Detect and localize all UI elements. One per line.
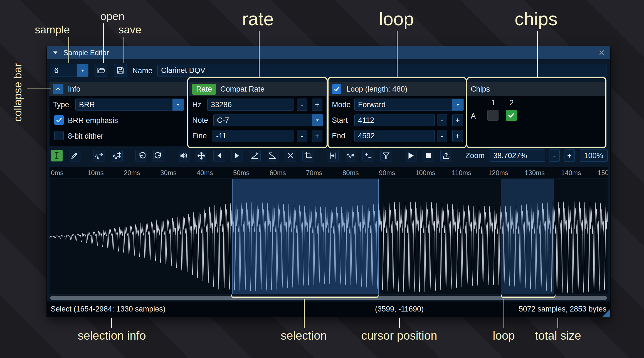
annotation-loop-bottom-label: loop [493, 329, 515, 342]
loop-end-minus-button[interactable]: - [437, 130, 447, 142]
silence-button[interactable] [285, 150, 296, 161]
sample-type-select[interactable]: BRR [75, 99, 184, 111]
filter-button[interactable] [380, 150, 392, 161]
chevron-down-icon[interactable] [312, 114, 323, 126]
chevron-down-icon[interactable] [452, 99, 463, 111]
timeline-ruler[interactable]: 0ms 10ms 20ms 30ms 40ms 50ms 60ms 70ms 8… [50, 167, 608, 178]
loop-end-input[interactable]: 4592 [354, 130, 435, 142]
note-label: Note [192, 116, 208, 125]
hz-label: Hz [192, 100, 201, 109]
save-sample-button[interactable] [114, 64, 127, 77]
adjust-button[interactable] [362, 150, 374, 161]
chip-2-checkbox[interactable] [506, 110, 517, 121]
chevron-down-icon[interactable] [77, 64, 88, 77]
annotation-total-size-label: total size [535, 329, 581, 342]
hz-plus-button[interactable]: + [312, 99, 322, 111]
status-bar: Select (1654-2984: 1330 samples) (3599, … [47, 301, 610, 317]
open-sample-button[interactable] [95, 64, 107, 77]
draw-mode-button[interactable] [69, 150, 80, 161]
window-collapse-icon[interactable] [52, 49, 59, 56]
selection-region [232, 179, 379, 294]
plus-minus-icon [364, 151, 372, 160]
fine-plus-button[interactable]: + [312, 130, 322, 142]
chip-column-2: 2 [506, 99, 517, 107]
loop-start-input[interactable]: 4112 [354, 114, 435, 126]
fade-out-icon [268, 151, 277, 160]
tick-label: 120ms [488, 169, 508, 177]
chips-section-title: Chips [471, 85, 490, 94]
wave-arrow-icon [95, 151, 103, 160]
edit-mode-button[interactable] [51, 150, 63, 161]
tick-label: 130ms [525, 169, 545, 177]
preview-stop-button[interactable] [423, 150, 434, 161]
waveform-scrollbar[interactable] [50, 295, 608, 300]
annotation-save-label: save [119, 24, 141, 36]
stop-icon [424, 151, 433, 160]
annotation-line [111, 318, 112, 328]
loop-enable-checkbox[interactable] [332, 84, 341, 94]
waveform-view[interactable] [50, 179, 608, 294]
apply-silence-button[interactable] [345, 150, 356, 161]
info-collapse-button[interactable] [53, 84, 63, 94]
loop-mode-select[interactable]: Forward [354, 99, 464, 111]
fade-out-button[interactable] [267, 150, 278, 161]
mode-label: Mode [332, 100, 351, 109]
brr-emphasis-checkbox[interactable] [54, 115, 64, 125]
fade-in-button[interactable] [249, 150, 261, 161]
resample-button[interactable] [111, 150, 123, 161]
triangle-left-icon [215, 151, 223, 160]
chip-column-1: 1 [487, 99, 499, 107]
hz-input[interactable]: 33286 [207, 99, 293, 111]
amplify-button[interactable] [178, 150, 189, 161]
create-instrument-button[interactable] [440, 150, 452, 161]
trim-button[interactable] [302, 150, 314, 161]
undo-button[interactable] [135, 150, 147, 161]
brr-emphasis-label: BRR emphasis [68, 116, 118, 125]
zoom-in-button[interactable]: + [564, 149, 575, 162]
loop-end-plus-button[interactable]: + [452, 130, 463, 142]
chip-1-checkbox[interactable] [487, 110, 499, 121]
loop-start-plus-button[interactable]: + [452, 114, 463, 126]
zoom-label: Zoom [465, 151, 485, 160]
sample-slot-select[interactable]: 6 [51, 64, 88, 77]
annotation-chips-label: chips [515, 8, 557, 30]
fine-input[interactable]: -11 [213, 130, 293, 142]
annotation-line [557, 318, 558, 328]
note-select[interactable]: C-7 [213, 114, 323, 126]
normalize-button[interactable] [196, 150, 207, 161]
reverse-button[interactable] [213, 150, 225, 161]
close-icon[interactable] [598, 49, 605, 56]
insert-silence-button[interactable] [327, 150, 339, 161]
tick-label: 90ms [379, 169, 395, 177]
loop-start-minus-button[interactable]: - [437, 114, 447, 126]
tick-label: 60ms [270, 169, 286, 177]
resize-button[interactable] [93, 150, 105, 161]
scrollbar-handle[interactable] [50, 296, 607, 300]
tick-label: 100ms [415, 169, 435, 177]
8bit-dither-checkbox[interactable] [54, 131, 64, 140]
rate-badge-button[interactable]: Rate [192, 84, 216, 95]
tick-label: 10ms [87, 169, 104, 177]
titlebar[interactable]: Sample Editor [47, 46, 610, 59]
zoom-reset-button[interactable]: 100% [580, 149, 608, 162]
sample-name-value: Clarinet DQV [161, 66, 205, 75]
annotation-open-label: open [100, 10, 125, 23]
loop-section: Loop (length: 480) Mode Forward Start 41… [329, 82, 466, 146]
zoom-value-input[interactable]: 38.7027% [490, 149, 545, 162]
preview-play-button[interactable] [405, 150, 416, 161]
redo-icon [155, 151, 163, 160]
redo-button[interactable] [153, 150, 165, 161]
loop-section-title: Loop (length: 480) [346, 85, 407, 94]
chevron-down-icon[interactable] [172, 99, 184, 111]
fine-minus-button[interactable]: - [297, 130, 307, 142]
zoom-out-button[interactable]: - [549, 149, 560, 162]
sample-toolbar: Zoom 38.7027% - + 100% [50, 149, 608, 162]
sample-name-input[interactable]: Clarinet DQV [157, 64, 606, 77]
resize-grip[interactable] [602, 309, 610, 317]
tick-label: 140ms [561, 169, 581, 177]
loop-start-label: Start [332, 116, 348, 125]
tick-label: 40ms [197, 169, 213, 177]
loop-region [501, 179, 554, 294]
invert-button[interactable] [231, 150, 243, 161]
hz-minus-button[interactable]: - [297, 99, 307, 111]
